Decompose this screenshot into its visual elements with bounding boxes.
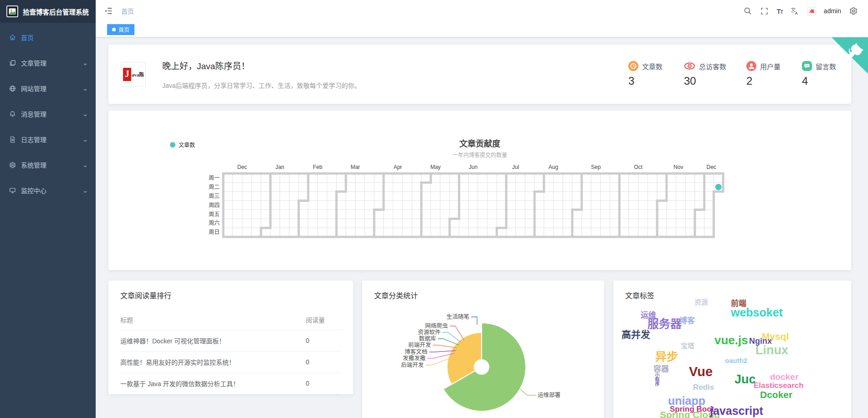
tag-word[interactable]: 小程序 <box>654 372 659 386</box>
user-avatar[interactable]: J陈 <box>807 7 816 15</box>
search-icon[interactable] <box>743 6 752 15</box>
tag-word[interactable]: 高并发 <box>621 330 650 339</box>
ranking-title: 文章阅读量排行 <box>120 290 341 301</box>
sidebar-item-label: 文章管理 <box>21 58 46 67</box>
svg-text:May: May <box>430 164 441 170</box>
chevron-down-icon <box>83 86 87 91</box>
website-icon <box>9 85 16 92</box>
sidebar-item-4[interactable]: 日志管理 <box>0 127 96 152</box>
font-size-icon[interactable]: TT <box>777 7 783 15</box>
svg-text:前端开发: 前端开发 <box>408 342 431 348</box>
username[interactable]: admin <box>824 7 841 15</box>
sidebar-item-0[interactable]: 首页 <box>0 25 96 50</box>
svg-text:生活随笔: 生活随笔 <box>447 313 469 320</box>
chevron-down-icon <box>83 137 87 142</box>
message-icon <box>9 110 16 117</box>
top-navbar: 首页 TT 文A J陈 admin <box>96 0 868 22</box>
contribution-card: 文章贡献度 一年内博客提交的数量 文章数 DecJanFebMarAprMayJ… <box>108 111 851 270</box>
tag-word[interactable]: javascript <box>710 405 763 417</box>
site-stats: 文章数 3 总访客数 30 用户量 2 留言数 4 <box>628 61 837 87</box>
language-switch-icon[interactable]: 文A <box>791 6 800 15</box>
tag-word[interactable]: 容器 <box>653 365 669 373</box>
table-row[interactable]: 一款基于 Java 开发的微信数据分析工具！ 0 <box>120 373 341 394</box>
svg-text:资源软件: 资源软件 <box>418 329 441 336</box>
stat-0: 文章数 3 <box>628 61 664 87</box>
sidebar-item-2[interactable]: 网站管理 <box>0 76 96 101</box>
article-title-cell: 高性能！易用友好的开源实时监控系统！ <box>120 352 300 373</box>
stat-value: 4 <box>802 75 837 87</box>
svg-text:周六: 周六 <box>209 220 220 226</box>
stat-value: 2 <box>746 75 782 87</box>
svg-text:周三: 周三 <box>209 193 220 199</box>
article-count-icon <box>628 61 638 71</box>
svg-text:周日: 周日 <box>209 229 220 235</box>
svg-text:Jan: Jan <box>276 164 284 170</box>
github-corner-ribbon[interactable] <box>832 37 868 76</box>
tag-word[interactable]: docker <box>770 372 798 381</box>
tags-view-bar: 首页 <box>96 22 868 37</box>
chevron-down-icon <box>83 188 87 193</box>
collapse-sidebar-icon[interactable] <box>104 6 114 16</box>
visitor-eye-icon <box>684 61 695 71</box>
sidebar-item-5[interactable]: 系统管理 <box>0 152 96 178</box>
stat-value: 30 <box>684 75 726 87</box>
svg-text:周一: 周一 <box>209 175 220 181</box>
stat-2: 用户量 2 <box>746 61 782 87</box>
tag-word[interactable]: vue.js <box>714 334 748 346</box>
greeting-text: 晚上好，Java陈序员！ <box>162 59 361 71</box>
tag-word[interactable]: oauth2 <box>725 357 747 364</box>
sidebar-item-6[interactable]: 监控中心 <box>0 178 96 203</box>
svg-text:Aug: Aug <box>549 164 558 170</box>
svg-text:数据库: 数据库 <box>419 335 436 342</box>
settings-gear-icon[interactable] <box>849 6 858 15</box>
tab-home-label: 首页 <box>118 25 129 33</box>
tag-word[interactable]: Redis <box>693 383 714 391</box>
svg-text:发撒发撒: 发撒发撒 <box>403 355 426 362</box>
app-logo-bar[interactable]: 拾壹博客后台管理系统 <box>0 0 96 23</box>
svg-text:运维部署: 运维部署 <box>538 392 560 398</box>
tag-word[interactable]: 异步 <box>655 351 678 362</box>
sidebar-item-label: 网站管理 <box>21 84 46 93</box>
tag-word[interactable]: Linux <box>755 344 788 357</box>
tag-word[interactable]: Vue <box>689 365 713 378</box>
stat-1: 总访客数 30 <box>684 61 726 87</box>
svg-text:A: A <box>795 11 798 15</box>
tag-wordcloud-chart[interactable]: 资源前端websoket运维服务器博客高并发vue.jsMysqlNginx宝塔… <box>613 280 851 418</box>
sidebar: 拾壹博客后台管理系统 首页 文章管理 网站管理 消息管理 日志管理 系统管理 监… <box>0 0 96 418</box>
system-icon <box>9 161 16 168</box>
table-row[interactable]: 高性能！易用友好的开源实时监控系统！ 0 <box>120 352 341 373</box>
svg-text:网络爬虫: 网络爬虫 <box>425 322 448 329</box>
comment-count-icon <box>802 61 812 71</box>
fullscreen-icon[interactable] <box>760 6 769 15</box>
tag-word[interactable]: Juc <box>734 373 756 386</box>
article-tags-card: 文章标签 资源前端websoket运维服务器博客高并发vue.jsMysqlNg… <box>613 280 851 418</box>
article-views-cell: 0 <box>300 352 341 373</box>
article-views-cell: 0 <box>300 373 341 394</box>
tag-word[interactable]: 服务器 <box>647 318 682 330</box>
category-pie-chart[interactable]: 生活随笔网络爬虫资源软件数据库前端开发博客文档发撒发撒后端开发运维部署 <box>362 294 581 417</box>
ranking-col-views: 阅读量 <box>300 311 341 330</box>
welcome-card: J ava陈 晚上好，Java陈序员！ Java后端程序员，分享日常学习、工作、… <box>108 45 851 104</box>
article-icon <box>9 59 16 66</box>
tag-word[interactable]: websoket <box>731 307 783 318</box>
tag-word[interactable]: Dcoker <box>760 390 792 399</box>
breadcrumb: 首页 <box>121 6 134 15</box>
svg-text:Feb: Feb <box>313 164 323 170</box>
stat-label: 总访客数 <box>699 61 726 71</box>
article-views-cell: 0 <box>300 330 341 352</box>
sidebar-item-3[interactable]: 消息管理 <box>0 101 96 127</box>
chevron-down-icon <box>83 61 87 65</box>
article-title-cell: 一款基于 Java 开发的微信数据分析工具！ <box>120 373 300 394</box>
greeting-subtitle: Java后端程序员，分享日常学习、工作、生活，致敬每个爱学习的你。 <box>162 81 361 90</box>
tag-word[interactable]: 博客 <box>679 317 695 325</box>
tab-home[interactable]: 首页 <box>107 24 134 35</box>
sidebar-item-label: 系统管理 <box>21 160 46 169</box>
svg-text:后端开发: 后端开发 <box>401 362 424 368</box>
contribution-heatmap-chart[interactable]: DecJanFebMarAprMayJunJulAugSepOctNovDec周… <box>108 111 851 247</box>
tag-word[interactable]: Elasticsearch <box>754 382 804 389</box>
monitor-icon <box>9 187 16 194</box>
tag-word[interactable]: 宝塔 <box>681 342 694 349</box>
sidebar-item-label: 首页 <box>21 33 34 42</box>
table-row[interactable]: 运维神器！Docker 可视化管理面板！ 0 <box>120 330 341 352</box>
sidebar-item-1[interactable]: 文章管理 <box>0 50 96 76</box>
